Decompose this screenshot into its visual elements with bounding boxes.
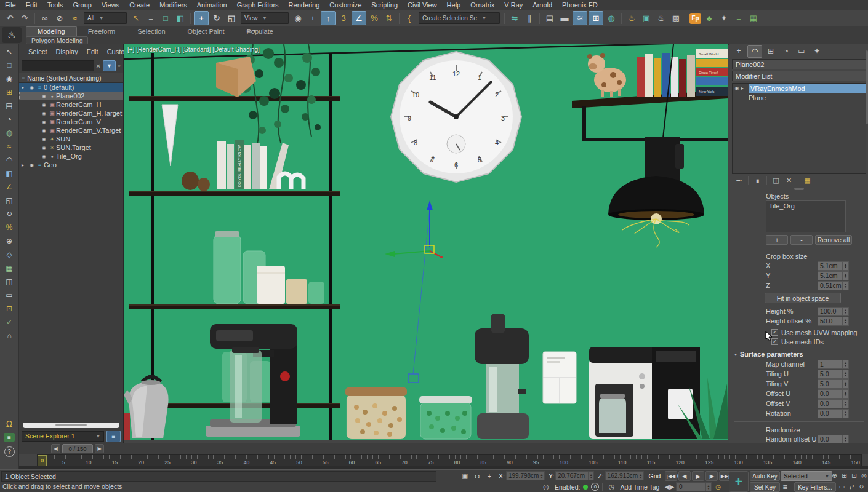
visibility-eye-icon[interactable]: ◉	[28, 85, 36, 90]
object-paint[interactable]: Object Paint	[177, 27, 236, 36]
display-tab-icon[interactable]: ▭	[795, 46, 808, 57]
zero-badge[interactable]: 0	[591, 483, 599, 491]
enabled-indicator[interactable]	[583, 485, 588, 490]
surface-parameters-rollout[interactable]: ▾ Surface parameters	[729, 349, 868, 359]
explorer-search-input[interactable]	[22, 60, 94, 71]
explorer-row[interactable]: ◉ SUN	[19, 135, 123, 143]
timeline-ruler[interactable]: 0510152025303540455055606570758085909510…	[37, 454, 862, 467]
explorer-row[interactable]: ◉ RenderCam_H	[19, 100, 123, 109]
vray-tools-icon[interactable]: ✦	[717, 12, 731, 25]
motion-tab-icon[interactable]: ◔	[779, 46, 793, 57]
next-frame-button[interactable]: ▶	[95, 444, 104, 453]
menu-item[interactable]: Animation	[192, 1, 232, 9]
modifier-stack[interactable]: ◉ ▸ VRayEnmeshMod Plane	[732, 83, 866, 174]
rectangular-selection-icon[interactable]: □	[159, 12, 172, 25]
value-spinner[interactable]: 0.0▲▼	[818, 435, 849, 444]
select-and-move-icon[interactable]: +	[194, 11, 209, 25]
visibility-eye-icon[interactable]: ◉	[40, 119, 48, 125]
value-spinner[interactable]: 0.0▲▼	[818, 389, 849, 399]
percent-icon[interactable]: %	[2, 221, 16, 234]
utilities-tab-icon[interactable]: ✦	[810, 46, 824, 57]
make-unique-icon[interactable]: ◫	[770, 175, 782, 186]
select-by-name-icon[interactable]: ≡	[144, 12, 158, 25]
help-icon[interactable]: ?	[4, 446, 15, 457]
jar-nuts[interactable]	[345, 387, 407, 439]
z-coordinate-field[interactable]: 162.913cm▲▼	[605, 471, 644, 480]
pinecone[interactable]	[182, 172, 199, 190]
time-configuration-icon[interactable]: ◷	[713, 483, 723, 491]
pivot-icon[interactable]: ◉	[2, 73, 16, 85]
checkbox-row[interactable]: ✓ Use mesh IDs	[729, 337, 868, 346]
explorer-row[interactable]: ◉ Geo	[19, 161, 123, 169]
visibility-eye-icon[interactable]: ◉	[40, 145, 48, 151]
render-production-icon[interactable]: ♨	[654, 12, 668, 25]
next-frame-button[interactable]: |▶	[705, 471, 718, 481]
menu-item[interactable]: Graph Editors	[232, 1, 284, 9]
selection-lock-icon[interactable]: ◘	[472, 471, 483, 480]
material-editor-icon[interactable]: ◍	[605, 12, 618, 25]
menu-item[interactable]: Group	[68, 1, 97, 9]
value-spinner[interactable]: 5.0▲▼	[818, 370, 849, 379]
pin-stack-icon[interactable]: ⊸	[733, 175, 745, 186]
explorer-menu-item[interactable]: Select	[24, 48, 52, 55]
menu-item[interactable]: Phoenix FD	[557, 1, 602, 9]
phoenix-fd-icon[interactable]: Fp	[689, 13, 701, 24]
auto-key-button[interactable]: Auto Key	[750, 471, 780, 481]
spinner-arrows-icon[interactable]: ▲▼	[842, 262, 848, 270]
time-tag-icon[interactable]: ◎	[540, 482, 552, 491]
zoom-all-icon[interactable]: ⊞	[840, 471, 849, 480]
value-spinner[interactable]: 0.51cm▲▼	[818, 281, 849, 290]
explorer-row[interactable]: ◉ 0 (default)	[19, 83, 123, 92]
undo-icon[interactable]: ↶	[3, 12, 17, 25]
spinner-arrows-icon[interactable]: ▲▼	[842, 435, 848, 443]
timeline-current-frame-marker[interactable]: 0	[38, 455, 47, 466]
viewport[interactable]: [+] [RenderCam_H] [Standard] [Default Sh…	[124, 44, 728, 440]
menu-item[interactable]: Civil View	[403, 1, 441, 9]
explorer-row[interactable]: ◉ Plane002	[19, 92, 123, 100]
populate[interactable]: Populate	[235, 27, 284, 36]
explorer-row[interactable]: ◉ SUN.Target	[19, 143, 123, 152]
angle-snap-icon[interactable]: ∠	[352, 11, 366, 25]
rendered-frame-window-icon[interactable]: ▣	[640, 12, 653, 25]
notification-bell-icon[interactable]: Ω	[6, 419, 12, 429]
layer-explorer-toggle-icon[interactable]: ≡	[106, 430, 121, 442]
modeling[interactable]: Modeling	[26, 26, 77, 36]
objects-list-item[interactable]: Tile_Org	[769, 202, 843, 210]
modifier-stack-row[interactable]: Plane	[733, 93, 866, 102]
fit-in-object-space-button[interactable]: Fit in object space	[765, 293, 841, 303]
coffee-machine[interactable]	[589, 347, 700, 439]
window-crossing-icon[interactable]: ◧	[174, 12, 187, 25]
explorer-menu-item[interactable]: Edit	[82, 48, 103, 55]
viewport-canvas[interactable]: DO YOU REALLY KNOW	[124, 44, 728, 440]
half-square-icon[interactable]: ◧	[2, 167, 16, 180]
wave-icon[interactable]: ≈	[2, 140, 16, 153]
modify-tab-icon[interactable]: ◠	[747, 45, 762, 58]
named-selection-set-dropdown[interactable]: Create Selection Se▼	[419, 12, 500, 24]
add-object-button[interactable]: +	[766, 235, 788, 245]
zoom-region-icon[interactable]: ▭	[837, 482, 846, 491]
menu-item[interactable]: Views	[97, 1, 124, 9]
menu-item[interactable]: Scripting	[366, 1, 403, 9]
align-icon[interactable]: ∥	[523, 12, 536, 25]
objects-list[interactable]: Tile_Org	[766, 200, 846, 232]
grid-snap-icon[interactable]: ⊞	[2, 86, 16, 98]
explorer-row[interactable]: ◉ RenderCam_V.Target	[19, 126, 123, 135]
visibility-eye-icon[interactable]: ◉	[40, 111, 48, 116]
explorer-menu-item[interactable]: Display	[52, 48, 82, 55]
visibility-eye-icon[interactable]: ◉	[28, 162, 36, 168]
checkbox-row[interactable]: ✓ Use mesh UVW mapping	[729, 328, 868, 337]
menu-item[interactable]: Help	[442, 1, 466, 9]
scale-tool-icon[interactable]: ◱	[2, 194, 16, 207]
menu-item[interactable]: V-Ray	[499, 1, 528, 9]
value-spinner[interactable]: 100.0▲▼	[818, 307, 849, 316]
rollout-splitter[interactable]	[733, 186, 866, 191]
selection-filter-dropdown[interactable]: All▼	[84, 12, 127, 24]
orbit-icon[interactable]: ↻	[2, 208, 16, 220]
previous-frame-button[interactable]: ◀|	[678, 471, 691, 481]
menu-item[interactable]: Ornatrix	[465, 1, 499, 9]
x-coordinate-field[interactable]: 199.798cm▲▼	[506, 471, 545, 480]
selection[interactable]: Selection	[126, 27, 176, 36]
bind-to-space-warp-icon[interactable]: ≈	[68, 12, 81, 25]
select-and-rotate-icon[interactable]: ↻	[210, 12, 223, 25]
show-end-result-icon[interactable]: ∎	[752, 175, 763, 186]
